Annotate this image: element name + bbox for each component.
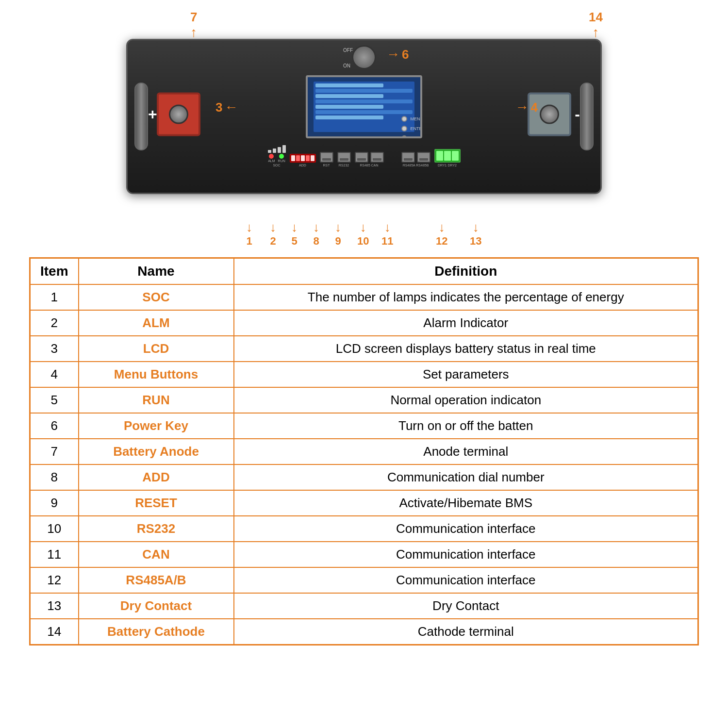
lcd-display: MENU ENTER ▼ ESC [306,75,422,138]
soc-label: SOC [273,164,280,167]
menu-dot-1[interactable] [401,116,407,122]
arrow-14: 14 ↑ [589,10,603,40]
arrow-8: ↓ 8 [313,220,319,248]
table-row: 14Battery CathodeCathode terminal [30,619,698,645]
rj45-group-1: RST [320,152,333,167]
terminal-bolt-cathode [540,105,559,124]
col-header-name: Name [79,258,234,285]
dry-label: DRY1 DRY2 [438,164,457,167]
handle-left [134,83,148,150]
cell-item-2: 2 [30,310,79,336]
table-row: 11CANCommunication interface [30,542,698,567]
menu-label-down: ▼ [410,136,414,138]
bottom-connectors: ALM RUN SOC [268,145,461,167]
table-row: 9RESETActivate/Hibemate BMS [30,490,698,516]
dip-group: ADD [290,154,316,167]
cell-def-1: The number of lamps indicates the percen… [234,284,698,310]
led-group: ALM RUN [268,154,285,163]
cell-def-5: Normal operation indicaton [234,387,698,413]
table-row: 3LCDLCD screen displays battery status i… [30,336,698,362]
cell-item-9: 9 [30,490,79,516]
cell-item-5: 5 [30,387,79,413]
terminal-block-group: DRY1 DRY2 [434,149,461,167]
rs485ab-label: RS485A RS485B [403,164,429,167]
reference-table: Item Name Definition 1SOCThe number of l… [29,257,699,645]
table-row: 2ALMAlarm Indicator [30,310,698,336]
cell-name-11: CAN [79,542,234,567]
handle-right [580,83,594,150]
page-wrapper: + - OFF ON [0,0,728,728]
cell-name-2: ALM [79,310,234,336]
rs485can-label: RS485 CAN [360,164,378,167]
run-led [279,154,284,159]
table-row: 4Menu ButtonsSet parameters [30,362,698,387]
dip-switches [290,154,316,163]
cell-name-4: Menu Buttons [79,362,234,387]
cell-name-3: LCD [79,336,234,362]
table-row: 12RS485A/BCommunication interface [30,567,698,593]
arrow-12: ↓ 12 [436,220,447,248]
cell-def-2: Alarm Indicator [234,310,698,336]
cell-def-6: Turn on or off the batten [234,413,698,439]
rst-port [320,152,333,163]
terminal-block-dry [434,149,461,163]
cell-name-9: RESET [79,490,234,516]
power-switch-area: OFF ON [352,45,376,69]
rj45-group-2: RS232 [337,152,351,167]
table-row: 1SOCThe number of lamps indicates the pe… [30,284,698,310]
cell-def-13: Dry Contact [234,593,698,619]
cell-item-12: 12 [30,567,79,593]
arrow-1: ↓ 1 [246,220,252,248]
table-row: 8ADDCommunication dial number [30,464,698,490]
terminal-anode: + [157,93,200,136]
cell-item-6: 6 [30,413,79,439]
soc-bars [268,145,286,153]
arrow-4: → 4 [515,99,538,115]
rs232-label: RS232 [339,164,349,167]
menu-label-enter: ENTER [410,126,422,131]
minus-sign: - [575,105,580,123]
arrow-2: ↓ 2 [270,220,276,248]
run-label: RUN [278,159,285,163]
cell-name-1: SOC [79,284,234,310]
diagram-container: + - OFF ON [97,10,631,248]
cell-item-3: 3 [30,336,79,362]
cell-name-7: Battery Anode [79,439,234,464]
menu-buttons: MENU ENTER ▼ ESC [401,116,422,138]
rs485b-port [417,152,430,163]
cell-def-8: Communication dial number [234,464,698,490]
cell-def-10: Communication interface [234,516,698,542]
soc-alm-run-group: ALM RUN SOC [268,145,286,167]
table-section: Item Name Definition 1SOCThe number of l… [29,257,699,645]
cell-def-14: Cathode terminal [234,619,698,645]
cell-item-4: 4 [30,362,79,387]
menu-dot-3[interactable] [401,135,407,138]
cell-name-5: RUN [79,387,234,413]
cell-def-4: Set parameters [234,362,698,387]
cell-item-1: 1 [30,284,79,310]
rs485a-port [401,152,415,163]
cell-item-13: 13 [30,593,79,619]
table-header-row: Item Name Definition [30,258,698,285]
cell-item-7: 7 [30,439,79,464]
rs232-port [337,152,351,163]
arrow-7: 7 ↑ [190,10,197,40]
arrow-3: 3 ← [215,99,238,115]
battery-body: + - OFF ON [126,39,602,194]
plus-sign: + [148,105,157,123]
arrow-13: ↓ 13 [470,220,481,248]
menu-dot-2[interactable] [401,126,407,132]
cell-def-3: LCD screen displays battery status in re… [234,336,698,362]
cell-item-14: 14 [30,619,79,645]
center-panel: OFF ON [286,40,442,193]
rs485-port [355,152,368,163]
cell-name-13: Dry Contact [79,593,234,619]
cell-def-7: Anode terminal [234,439,698,464]
switch-label-off: OFF [343,48,353,53]
table-row: 5RUNNormal operation indicaton [30,387,698,413]
switch-label-on: ON [343,63,350,68]
cell-name-12: RS485A/B [79,567,234,593]
cell-def-9: Activate/Hibemate BMS [234,490,698,516]
arrow-10: ↓ 10 [357,220,369,248]
power-switch[interactable] [352,45,376,69]
